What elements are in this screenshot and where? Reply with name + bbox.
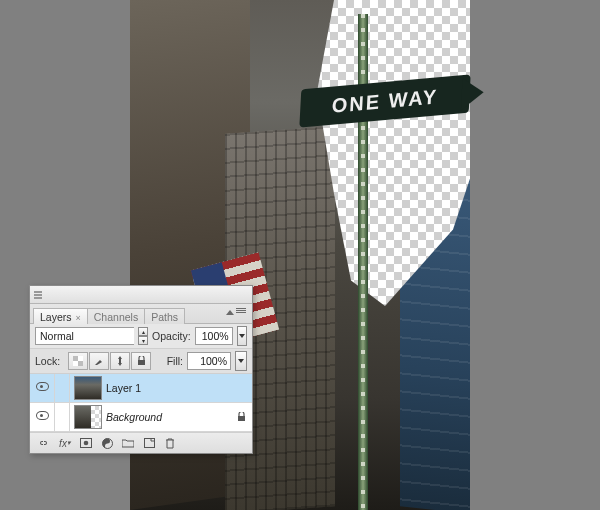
svg-rect-1 [73, 356, 78, 361]
new-page-icon [144, 438, 155, 448]
panel-footer: fx▾ [30, 432, 252, 453]
close-icon[interactable]: × [76, 313, 81, 323]
opacity-label: Opacity: [152, 330, 191, 342]
yin-yang-icon [102, 438, 113, 449]
layer-row[interactable]: Background [30, 403, 252, 432]
layer-thumbnail[interactable] [74, 405, 102, 429]
layer-name[interactable]: Layer 1 [106, 382, 141, 394]
delete-layer-button[interactable] [162, 436, 178, 450]
transparency-grid-icon [73, 356, 83, 366]
brush-icon [94, 356, 104, 366]
eye-icon [36, 411, 49, 423]
lock-icon [237, 412, 246, 422]
tab-layers[interactable]: Layers× [33, 308, 88, 324]
sign-text: ONE WAY [331, 85, 438, 117]
panel-grip-icon[interactable] [34, 291, 42, 299]
tab-paths[interactable]: Paths [144, 308, 185, 324]
lock-all-button[interactable] [131, 352, 151, 370]
link-column[interactable] [55, 374, 70, 402]
svg-rect-3 [138, 360, 145, 365]
blend-opacity-row: Normal ▴▾ Opacity: 100% [30, 324, 252, 349]
layers-panel: Layers× Channels Paths Normal ▴▾ Opacity… [29, 285, 253, 454]
layer-fx-button[interactable]: fx▾ [57, 436, 73, 450]
layer-row[interactable]: Layer 1 [30, 374, 252, 403]
fill-flyout-icon[interactable] [235, 351, 247, 371]
photoshop-workspace: ONE WAY Layers× Channels Paths Normal [0, 0, 600, 510]
opacity-flyout-icon[interactable] [237, 326, 247, 346]
layers-list: Layer 1 Background [30, 374, 252, 432]
trash-icon [165, 438, 175, 449]
svg-rect-8 [144, 439, 154, 448]
lock-icon [137, 356, 146, 366]
layer-thumbnail[interactable] [74, 376, 102, 400]
visibility-toggle[interactable] [30, 403, 55, 431]
panel-titlebar[interactable] [30, 286, 252, 304]
layer-name[interactable]: Background [106, 411, 162, 423]
svg-rect-4 [238, 416, 245, 421]
lock-position-button[interactable] [110, 352, 130, 370]
blend-mode-stepper[interactable]: ▴▾ [138, 327, 148, 345]
lock-pixels-button[interactable] [89, 352, 109, 370]
opacity-input[interactable]: 100% [195, 327, 233, 345]
svg-rect-2 [78, 361, 83, 366]
move-arrows-icon [115, 356, 125, 366]
visibility-toggle[interactable] [30, 374, 55, 402]
fill-value: 100% [200, 355, 227, 367]
fill-input[interactable]: 100% [187, 352, 231, 370]
folder-icon [122, 438, 134, 448]
blend-mode-select[interactable]: Normal [35, 327, 134, 345]
link-layers-button[interactable] [36, 436, 52, 450]
add-mask-button[interactable] [78, 436, 94, 450]
opacity-value: 100% [202, 330, 229, 342]
lock-buttons [68, 352, 151, 370]
eye-icon [36, 382, 49, 394]
lock-label: Lock: [35, 355, 60, 367]
tab-label: Channels [94, 311, 138, 323]
link-icon [38, 438, 50, 448]
tab-channels[interactable]: Channels [87, 308, 145, 324]
new-layer-button[interactable] [141, 436, 157, 450]
adjustment-layer-button[interactable] [99, 436, 115, 450]
fill-label: Fill: [167, 355, 183, 367]
panel-menu-icon[interactable] [236, 307, 246, 314]
new-group-button[interactable] [120, 436, 136, 450]
blend-mode-value: Normal [40, 330, 74, 342]
tab-label: Layers [40, 311, 72, 323]
tab-label: Paths [151, 311, 178, 323]
svg-point-6 [84, 441, 89, 446]
mask-icon [80, 438, 92, 448]
link-column[interactable] [55, 403, 70, 431]
panel-tabs: Layers× Channels Paths [30, 304, 252, 324]
lock-fill-row: Lock: Fill: 100% [30, 349, 252, 374]
lock-transparency-button[interactable] [68, 352, 88, 370]
panel-collapse-icon[interactable] [226, 310, 234, 315]
